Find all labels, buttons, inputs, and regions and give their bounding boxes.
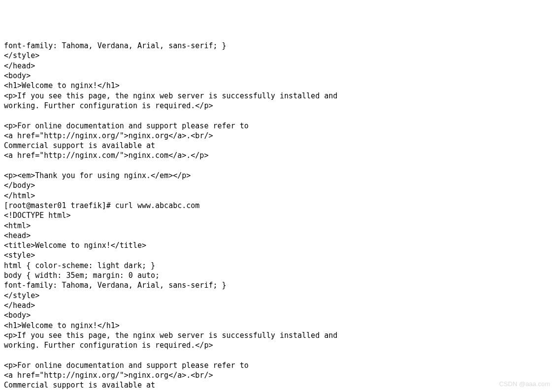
- output-line: </head>: [4, 61, 35, 70]
- output-line: <h1>Welcome to nginx!</h1>: [4, 81, 120, 90]
- output-line: </style>: [4, 51, 39, 60]
- output-line: working. Further configuration is requir…: [4, 341, 213, 350]
- output-line: <a href="http://nginx.com/">nginx.com</a…: [4, 151, 208, 160]
- output-line: <p>For online documentation and support …: [4, 121, 249, 130]
- terminal-output[interactable]: font-family: Tahoma, Verdana, Arial, san…: [4, 41, 551, 392]
- output-line: <!DOCTYPE html>: [4, 211, 70, 220]
- output-line: font-family: Tahoma, Verdana, Arial, san…: [4, 281, 227, 290]
- output-line: <style>: [4, 251, 35, 260]
- output-line: font-family: Tahoma, Verdana, Arial, san…: [4, 41, 227, 50]
- output-line: working. Further configuration is requir…: [4, 101, 213, 110]
- output-line: Commercial support is available at: [4, 141, 155, 150]
- output-line: </style>: [4, 291, 39, 300]
- output-line: <p>If you see this page, the nginx web s…: [4, 331, 337, 340]
- output-line: <p><em>Thank you for using nginx.</em></…: [4, 171, 191, 180]
- output-line: <body>: [4, 71, 31, 80]
- watermark-text: CSDN @aaa.com: [499, 379, 550, 389]
- output-line: <p>If you see this page, the nginx web s…: [4, 91, 337, 100]
- output-line: body { width: 35em; margin: 0 auto;: [4, 271, 160, 280]
- output-line: [root@master01 traefik]# curl www.abcabc…: [4, 201, 199, 210]
- output-line: </html>: [4, 191, 35, 200]
- output-line: </body>: [4, 181, 35, 190]
- output-line: <p>For online documentation and support …: [4, 361, 249, 370]
- output-line: <html>: [4, 221, 31, 230]
- output-line: <head>: [4, 231, 31, 240]
- output-line: html { color-scheme: light dark; }: [4, 261, 155, 270]
- output-line: <body>: [4, 311, 31, 320]
- output-line: Commercial support is available at: [4, 381, 155, 390]
- output-line: <a href="http://nginx.org/">nginx.org</a…: [4, 371, 213, 380]
- output-line: <h1>Welcome to nginx!</h1>: [4, 321, 120, 330]
- output-line: </head>: [4, 301, 35, 310]
- output-line: <a href="http://nginx.org/">nginx.org</a…: [4, 131, 213, 140]
- output-line: <title>Welcome to nginx!</title>: [4, 241, 146, 250]
